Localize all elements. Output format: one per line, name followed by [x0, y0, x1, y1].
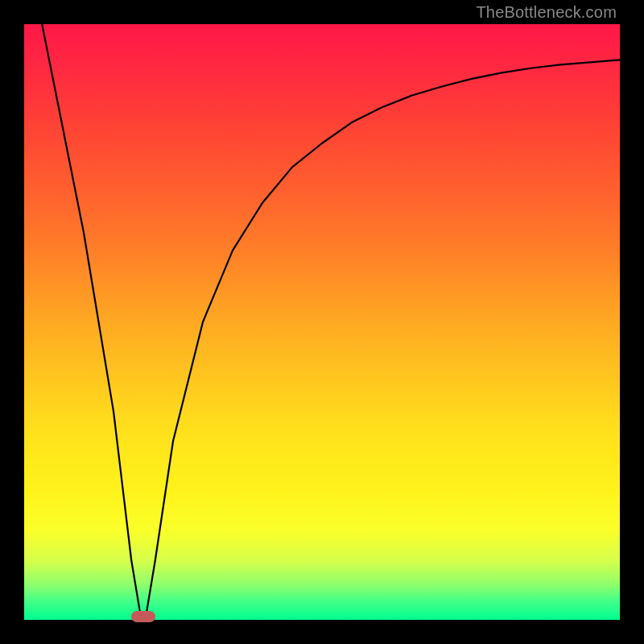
curve-svg: [24, 24, 620, 620]
bottleneck-curve: [42, 24, 620, 614]
optimal-point-marker: [131, 611, 155, 622]
chart-canvas: TheBottleneck.com: [0, 0, 644, 644]
plot-area: [24, 24, 620, 620]
watermark-label: TheBottleneck.com: [476, 3, 617, 22]
